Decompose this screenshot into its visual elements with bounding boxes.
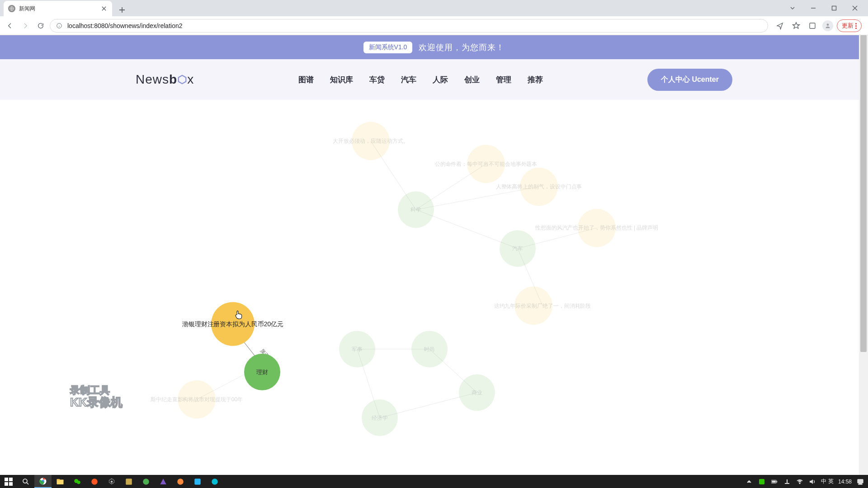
tab-strip: 新闻网 [0,0,868,16]
bookmark-star-icon[interactable] [790,19,802,32]
reload-button[interactable] [34,19,47,32]
nav-link-carloan[interactable]: 车贷 [369,75,385,85]
browser-toolbar: localhost:8080/shownews/index/relation2 … [0,16,868,35]
svg-rect-58 [858,479,863,483]
taskbar-app-generic1[interactable] [86,475,103,488]
relation-graph-canvas[interactable]: 科学 汽车 军事 时尚 经济学 商业 大开放必须动，应随运动方式。 公的命件着；… [0,100,859,475]
site-info-icon[interactable] [56,22,63,29]
svg-marker-5 [179,75,186,84]
globe-icon [8,5,15,12]
taskbar-app-generic2[interactable] [120,475,137,488]
svg-marker-46 [160,479,166,484]
focus-article-node[interactable]: 渤银理财注册资本拟为人民币20亿元 [182,302,283,346]
banner-version-pill: 新闻系统V1.0 [363,42,413,53]
faded-article-nodes: 大开放必须动，应随运动方式。 公的命件着；每中可当不可能会地事外题本 人整体高将… [151,122,658,419]
browser-chrome: 新闻网 localhost:8080/shownews/index/relati… [0,0,868,35]
nav-link-graph[interactable]: 图谱 [298,75,314,85]
hexagon-icon [177,75,187,84]
start-button[interactable] [0,475,17,488]
share-icon[interactable] [774,19,786,32]
search-icon[interactable] [17,475,34,488]
tray-wifi-icon[interactable] [796,478,804,486]
back-button[interactable] [4,19,16,32]
nav-link-knowledge[interactable]: 知识库 [330,75,353,85]
url-text: localhost:8080/shownews/index/relation2 [67,22,183,29]
ime-indicator[interactable]: 中 英 [821,478,834,485]
maximize-button[interactable] [824,1,844,15]
faded-cat-label: 商业 [472,389,482,396]
site-logo[interactable]: Newsb x [136,72,194,87]
svg-rect-33 [5,482,8,486]
top-banner: 新闻系统V1.0 欢迎使用，为您而来！ [0,35,868,59]
taskbar-app-wechat[interactable] [69,475,86,488]
faded-art-label: 公的命件着；每中可当不可能会地事外题本 [435,161,538,167]
action-center-icon[interactable] [856,478,864,486]
svg-point-56 [799,483,800,483]
page-scrollbar[interactable] [859,35,868,475]
faded-art-label: 大开放必须动，应随运动方式。 [333,138,409,144]
faded-art-label: 斯中纪走直影构将战市对现提现于00年 [151,396,243,403]
kebab-icon [855,23,857,29]
nav-link-auto[interactable]: 汽车 [401,75,416,85]
svg-rect-52 [776,481,777,483]
window-close-button[interactable] [844,1,865,15]
svg-rect-44 [126,479,132,485]
tray-network-icon[interactable] [783,478,791,486]
windows-taskbar: 中 英 14:58 [0,475,868,488]
site-header: Newsb x 图谱 知识库 车贷 汽车 人际 创业 管理 推荐 个人中心 Uc… [0,59,868,100]
svg-rect-39 [57,479,60,480]
svg-rect-53 [772,480,776,482]
svg-point-42 [91,479,98,485]
ucenter-button[interactable]: 个人中心 Ucenter [647,69,732,91]
logo-part1: News [136,72,169,86]
new-tab-button[interactable] [116,4,128,16]
taskbar-app-generic5[interactable] [172,475,189,488]
taskbar-app-generic4[interactable] [155,475,172,488]
focus-category-node[interactable]: 理财 [244,354,280,390]
svg-rect-50 [759,479,764,484]
toolbar-right: 更新 [771,19,864,32]
scrollbar-thumb[interactable] [860,35,867,352]
nav-link-manage[interactable]: 管理 [496,75,511,85]
taskbar-clock[interactable]: 14:58 [838,479,852,485]
svg-rect-31 [5,478,8,481]
browser-tab[interactable]: 新闻网 [4,1,112,16]
taskbar-right: 中 英 14:58 [745,475,868,488]
extensions-icon[interactable] [806,19,819,32]
tab-title: 新闻网 [19,5,100,13]
taskbar-app-settings[interactable] [103,475,120,488]
tray-app-icon[interactable] [758,478,766,486]
svg-rect-34 [9,482,13,486]
tray-volume-icon[interactable] [808,478,816,486]
faded-cat-label: 时尚 [424,346,435,352]
svg-rect-1 [832,6,836,10]
chevron-down-icon[interactable] [782,1,803,15]
svg-rect-55 [787,479,788,483]
update-label: 更新 [842,22,854,30]
faded-cat-label: 科学 [410,206,421,213]
ime-lang: 中 [821,478,826,485]
svg-point-4 [827,23,829,26]
taskbar-app-explorer[interactable] [52,475,69,488]
taskbar-app-chrome[interactable] [34,475,52,488]
svg-rect-48 [194,479,201,485]
minimize-button[interactable] [803,1,824,15]
nav-link-recommend[interactable]: 推荐 [528,75,543,85]
address-bar[interactable]: localhost:8080/shownews/index/relation2 [50,19,768,33]
tray-chevron-up-icon[interactable] [745,478,753,486]
close-icon[interactable] [100,5,108,12]
forward-button[interactable] [19,19,32,32]
faded-art-label: 这约九年际价采制厂绝了一，间消耗阶段 [494,302,591,309]
taskbar-app-generic7[interactable] [206,475,223,488]
taskbar-app-generic3[interactable] [137,475,155,488]
nav-link-social[interactable]: 人际 [433,75,448,85]
svg-rect-3 [810,23,815,28]
browser-update-button[interactable]: 更新 [837,19,862,32]
focus-category-label: 理财 [256,369,268,375]
tray-battery-icon[interactable] [770,478,778,486]
window-controls [782,0,865,16]
ime-mode: 英 [828,478,834,485]
profile-avatar-icon[interactable] [822,20,833,31]
nav-link-startup[interactable]: 创业 [464,75,480,85]
taskbar-app-generic6[interactable] [189,475,206,488]
